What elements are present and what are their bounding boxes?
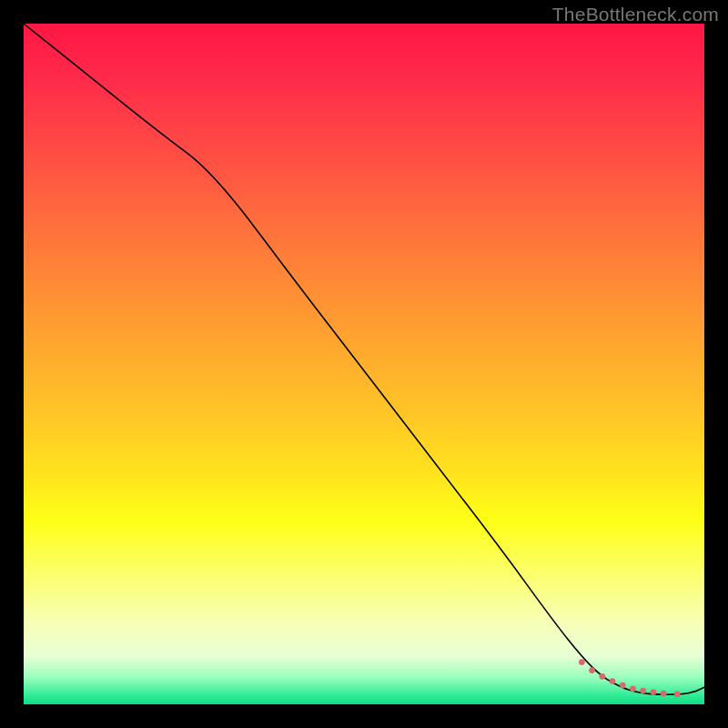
bottleneck-curve <box>24 24 704 694</box>
marker-dot <box>674 691 681 697</box>
marker-dot <box>640 688 646 694</box>
marker-dot <box>579 659 585 665</box>
marker-dot <box>661 691 667 697</box>
chart-overlay <box>24 24 704 704</box>
marker-dot <box>599 673 605 680</box>
marker-group <box>579 659 681 697</box>
marker-dot <box>651 689 657 695</box>
marker-dot <box>630 685 636 692</box>
marker-dot <box>620 682 626 689</box>
chart-stage: TheBottleneck.com <box>0 0 728 728</box>
watermark-text: TheBottleneck.com <box>552 4 719 25</box>
marker-dot <box>610 678 616 684</box>
marker-dot <box>589 667 595 673</box>
